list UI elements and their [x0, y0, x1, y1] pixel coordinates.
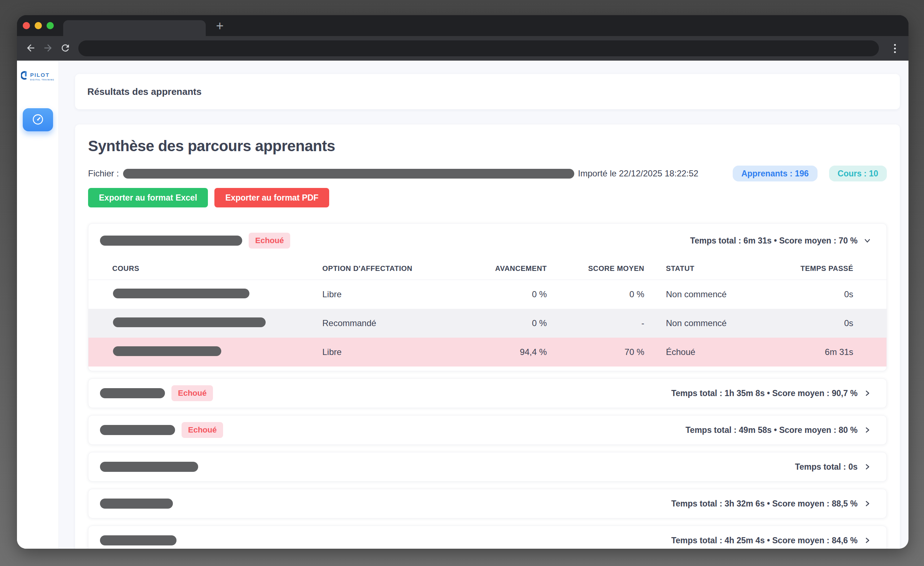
learner-card-header[interactable]: Echoué Temps total : 49m 58s • Score moy… [88, 416, 886, 445]
learner-card-header[interactable]: Temps total : 0s [88, 452, 886, 481]
close-window-button[interactable] [23, 22, 30, 29]
learner-card-header[interactable]: Echoué Temps total : 6m 31s • Score moye… [88, 224, 886, 258]
learner-card: Temps total : 3h 32m 6s • Score moyen : … [88, 489, 887, 518]
redacted-learner-name [100, 499, 173, 509]
sidebar: PILOT DIGITAL TRAINING [17, 61, 58, 549]
page-content: PILOT DIGITAL TRAINING [17, 61, 909, 549]
page-title: Résultats des apprenants [87, 86, 201, 97]
zoom-window-button[interactable] [46, 22, 54, 29]
cell-temps: 0s [800, 318, 886, 328]
learner-summary: Temps total : 3h 32m 6s • Score moyen : … [671, 499, 858, 509]
pilot-logo: PILOT DIGITAL TRAINING [21, 71, 54, 82]
minimize-window-button[interactable] [34, 22, 42, 29]
chevron-right-icon[interactable] [862, 499, 872, 508]
redacted-file-name [123, 169, 574, 178]
cell-avancement: 0 % [457, 318, 547, 328]
main-area: Résultats des apprenants Synthèse des pa… [58, 61, 909, 549]
redacted-learner-name [100, 235, 242, 246]
cell-option: Libre [312, 347, 457, 357]
chevron-right-icon[interactable] [862, 425, 872, 435]
cell-temps: 0s [800, 289, 886, 299]
learner-card-header[interactable]: Temps total : 3h 32m 6s • Score moyen : … [88, 489, 886, 518]
kebab-menu-icon [894, 44, 896, 53]
cell-statut: Non commencé [644, 318, 800, 328]
cell-avancement: 0 % [457, 289, 547, 299]
back-arrow-icon [25, 43, 36, 54]
sidebar-item-dashboard[interactable] [23, 108, 53, 131]
status-badge: Echoué [171, 385, 213, 401]
browser-toolbar [17, 36, 909, 61]
status-badge: Echoué [182, 422, 223, 438]
col-score: SCORE MOYEN [547, 264, 644, 273]
cell-score: - [547, 318, 644, 328]
browser-tab[interactable] [63, 20, 206, 36]
learner-summary: Temps total : 6m 31s • Score moyen : 70 … [690, 236, 858, 246]
cours-count-badge: Cours : 10 [829, 166, 887, 181]
apprenants-count-badge: Apprenants : 196 [733, 166, 818, 181]
col-cours: COURS [88, 264, 312, 273]
learner-card-header[interactable]: Temps total : 4h 25m 4s • Score moyen : … [88, 526, 886, 549]
cell-option: Recommandé [312, 318, 457, 328]
page-header-card: Résultats des apprenants [75, 74, 900, 109]
learner-summary: Temps total : 0s [795, 462, 858, 472]
brand-tagline: DIGITAL TRAINING [30, 79, 54, 81]
chevron-right-icon[interactable] [862, 389, 872, 398]
cell-score: 0 % [547, 289, 644, 299]
reload-button[interactable] [58, 41, 72, 55]
learner-card-header[interactable]: Echoué Temps total : 1h 35m 8s • Score m… [88, 379, 886, 408]
imported-date: Importé le 22/12/2025 18:22:52 [578, 168, 698, 178]
redacted-learner-name [100, 462, 198, 472]
learner-summary: Temps total : 49m 58s • Score moyen : 80… [686, 425, 858, 435]
file-info-row: Fichier : Importé le 22/12/2025 18:22:52… [88, 166, 887, 181]
desktop-background: + [0, 0, 924, 566]
courses-table: COURS OPTION D'AFFECTATION AVANCEMENT SC… [88, 258, 886, 371]
redacted-course-name [113, 317, 266, 327]
back-button[interactable] [24, 41, 38, 55]
learner-card: Echoué Temps total : 1h 35m 8s • Score m… [88, 379, 887, 408]
reload-icon [60, 43, 71, 54]
forward-button[interactable] [41, 41, 55, 55]
chevron-down-icon[interactable] [862, 236, 872, 245]
redacted-course-name [113, 289, 249, 298]
learner-summary: Temps total : 1h 35m 8s • Score moyen : … [671, 389, 858, 398]
browser-window: + [17, 15, 909, 549]
cell-score: 70 % [547, 347, 644, 357]
table-row-failed: Libre 94,4 % 70 % Échoué 6m 31s [88, 338, 886, 367]
synthesis-card: Synthèse des parcours apprenants Fichier… [75, 124, 900, 549]
learner-card: Temps total : 4h 25m 4s • Score moyen : … [88, 526, 887, 549]
cell-temps: 6m 31s [800, 347, 886, 357]
chevron-right-icon[interactable] [862, 536, 872, 545]
col-temps: TEMPS PASSÉ [800, 264, 886, 273]
redacted-learner-name [100, 425, 175, 435]
cell-avancement: 94,4 % [457, 347, 547, 357]
cell-statut: Échoué [644, 347, 800, 357]
new-tab-button[interactable]: + [212, 18, 228, 34]
forward-arrow-icon [43, 43, 53, 54]
cell-statut: Non commencé [644, 289, 800, 299]
table-row: Recommandé 0 % - Non commencé 0s [88, 309, 886, 338]
browser-tab-bar: + [17, 15, 909, 36]
col-option: OPTION D'AFFECTATION [312, 264, 457, 273]
export-pdf-button[interactable]: Exporter au format PDF [214, 188, 329, 207]
status-badge: Echoué [249, 233, 290, 249]
learner-card: Echoué Temps total : 6m 31s • Score moye… [88, 223, 887, 371]
browser-menu-button[interactable] [888, 41, 902, 55]
count-badges: Apprenants : 196 Cours : 10 [733, 166, 887, 181]
learner-card: Echoué Temps total : 49m 58s • Score moy… [88, 415, 887, 445]
col-statut: STATUT [644, 264, 800, 273]
redacted-course-name [113, 346, 221, 356]
window-controls [23, 22, 54, 29]
export-buttons-row: Exporter au format Excel Exporter au for… [88, 188, 887, 207]
table-header-row: COURS OPTION D'AFFECTATION AVANCEMENT SC… [88, 258, 886, 280]
synthesis-title: Synthèse des parcours apprenants [88, 138, 887, 155]
redacted-learner-name [100, 388, 165, 398]
address-bar[interactable] [78, 40, 879, 56]
pilot-logo-icon [21, 71, 29, 82]
brand-name: PILOT [30, 72, 54, 78]
redacted-learner-name [100, 535, 177, 545]
table-row: Libre 0 % 0 % Non commencé 0s [88, 280, 886, 309]
dashboard-gauge-icon [32, 113, 44, 127]
cell-option: Libre [312, 289, 457, 299]
chevron-right-icon[interactable] [862, 462, 872, 472]
export-excel-button[interactable]: Exporter au format Excel [88, 188, 208, 207]
